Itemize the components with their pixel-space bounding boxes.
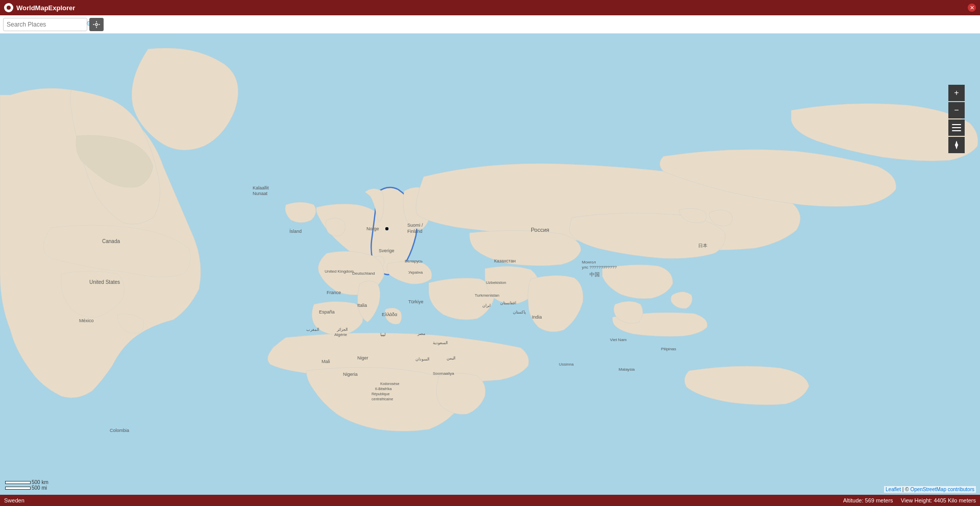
svg-text:United Kingdom: United Kingdom: [325, 269, 354, 274]
app-title: WorldMapExplorer: [16, 4, 75, 12]
search-input[interactable]: [4, 21, 86, 28]
svg-text:Sverige: Sverige: [379, 248, 395, 253]
titlebar-left: WorldMapExplorer: [4, 3, 75, 12]
svg-text:centrafricaine: centrafricaine: [372, 397, 393, 401]
svg-text:Viet Nam: Viet Nam: [610, 338, 627, 342]
svg-text:India: India: [532, 315, 542, 320]
svg-text:لیبیا: لیبیا: [380, 332, 385, 337]
svg-text:Italia: Italia: [357, 303, 367, 308]
svg-text:Finland: Finland: [407, 229, 423, 234]
titlebar: WorldMapExplorer ✕: [0, 0, 980, 15]
altitude-info: Altitude: 569 meters View Height: 4405 K…: [843, 497, 976, 503]
svg-text:улс ????????????: улс ????????????: [582, 265, 617, 270]
svg-text:مصر: مصر: [417, 331, 425, 336]
toolbar: 🔍: [0, 15, 980, 34]
svg-text:Deutschland: Deutschland: [352, 271, 375, 276]
svg-text:Монгол: Монгол: [582, 260, 596, 264]
svg-text:Россия: Россия: [531, 227, 549, 233]
svg-point-60: [955, 144, 958, 146]
svg-text:Mali: Mali: [322, 359, 330, 364]
scale-bar: 500 km 500 mi: [5, 479, 48, 491]
search-box: 🔍: [3, 18, 87, 31]
statusbar: Sweden Altitude: 569 meters View Height:…: [0, 495, 980, 506]
svg-text:Ussinna: Ussinna: [559, 362, 574, 367]
svg-point-54: [385, 227, 389, 231]
svg-text:Soomaaliya: Soomaaliya: [433, 371, 454, 376]
svg-text:United States: United States: [89, 279, 120, 285]
svg-text:السودان: السودان: [415, 357, 429, 362]
svg-text:Canada: Canada: [102, 238, 120, 244]
locate-button[interactable]: [89, 18, 104, 31]
svg-text:tî-Bêafrîka: tî-Bêafrîka: [375, 387, 391, 391]
attribution: Leaflet | © OpenStreetMap contributors: [884, 486, 976, 493]
svg-text:المغرب: المغرب: [306, 327, 319, 332]
zoom-out-button[interactable]: −: [948, 102, 965, 118]
svg-text:México: México: [79, 318, 94, 323]
svg-text:Kodorosése: Kodorosése: [380, 382, 399, 385]
svg-text:Україна: Україна: [408, 270, 423, 275]
close-button[interactable]: ✕: [968, 4, 976, 12]
svg-text:Ísland: Ísland: [289, 229, 302, 234]
app-logo: [4, 3, 13, 12]
location-label: Sweden: [4, 497, 24, 503]
svg-text:پاکستان: پاکستان: [513, 310, 526, 315]
svg-point-0: [95, 23, 97, 26]
zoom-in-button[interactable]: +: [948, 85, 965, 101]
layers-button[interactable]: [948, 119, 965, 136]
svg-text:Pilipinas: Pilipinas: [661, 347, 676, 351]
svg-text:France: France: [327, 290, 341, 295]
svg-text:République: République: [372, 392, 390, 396]
svg-text:Niger: Niger: [357, 355, 369, 360]
svg-text:Uzbekiston: Uzbekiston: [486, 280, 506, 285]
compass-button[interactable]: [948, 137, 965, 153]
svg-text:Казахстан: Казахстан: [494, 258, 516, 263]
svg-text:Malaysia: Malaysia: [619, 367, 635, 372]
map-svg: Kalaallit Nunaat Ísland Canada United St…: [0, 34, 980, 506]
svg-text:日本: 日本: [698, 243, 707, 248]
svg-text:ایران: ایران: [482, 303, 491, 308]
svg-text:Norge: Norge: [366, 226, 379, 231]
svg-rect-56: [952, 127, 961, 128]
svg-text:Nigeria: Nigeria: [343, 372, 358, 377]
svg-text:الجزائر: الجزائر: [336, 327, 348, 332]
svg-rect-57: [952, 130, 961, 131]
svg-text:اليمن: اليمن: [447, 356, 455, 360]
svg-text:Беларусь: Беларусь: [405, 259, 423, 263]
map-container[interactable]: Kalaallit Nunaat Ísland Canada United St…: [0, 34, 980, 506]
map-controls: + −: [948, 85, 965, 153]
svg-text:السعودية: السعودية: [433, 341, 448, 345]
svg-text:España: España: [319, 309, 335, 315]
svg-text:Colombia: Colombia: [110, 428, 129, 433]
svg-text:Türkiye: Türkiye: [408, 299, 424, 304]
svg-text:Suomi /: Suomi /: [407, 223, 423, 228]
scale-mi: 500 mi: [5, 485, 48, 491]
svg-rect-55: [952, 124, 961, 125]
scale-km: 500 km: [5, 479, 48, 485]
svg-text:Kalaallit: Kalaallit: [253, 185, 269, 190]
svg-text:Ελλάδα: Ελλάδα: [382, 312, 397, 317]
svg-text:中国: 中国: [590, 272, 600, 277]
svg-text:Algérie: Algérie: [334, 332, 347, 337]
osm-link[interactable]: OpenStreetMap contributors: [910, 487, 974, 492]
svg-text:Turkmenistan: Turkmenistan: [475, 293, 499, 298]
svg-text:افغانستان: افغانستان: [500, 301, 516, 305]
leaflet-link[interactable]: Leaflet: [886, 487, 901, 492]
svg-text:Nunaat: Nunaat: [253, 191, 268, 196]
